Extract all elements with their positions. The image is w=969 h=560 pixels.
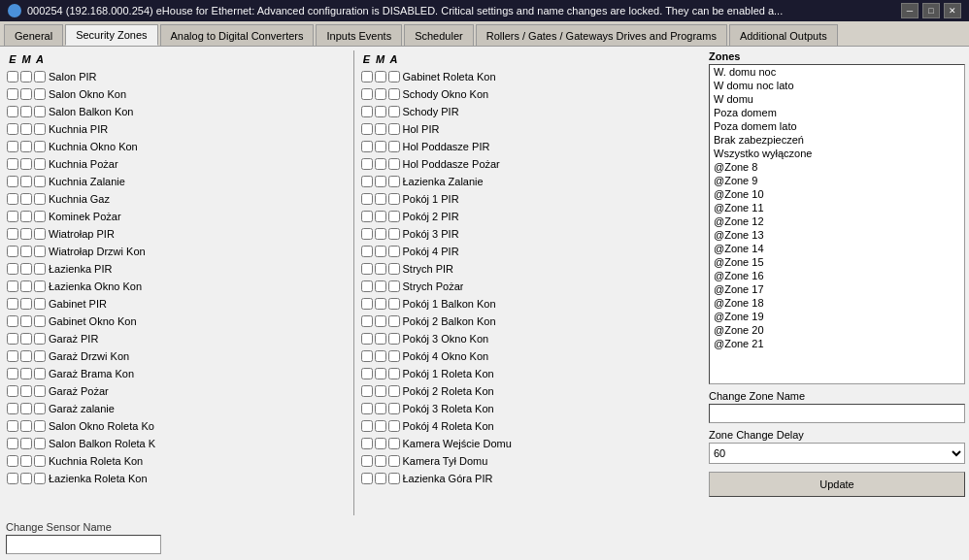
sensor-a-checkbox[interactable] [388,176,400,187]
sensor-e-checkbox[interactable] [361,263,373,275]
sensor-m-checkbox[interactable] [375,193,386,205]
sensor-m-checkbox[interactable] [375,211,386,222]
sensor-m-checkbox[interactable] [375,88,386,100]
sensor-e-checkbox[interactable] [361,176,373,187]
sensor-e-checkbox[interactable] [361,141,373,152]
zone-item[interactable]: Poza domem lato [710,119,964,133]
zone-item[interactable]: W domu [710,92,964,106]
tab-inputs-events[interactable]: Inputs Events [316,24,402,46]
zone-item[interactable]: @Zone 10 [710,187,964,201]
sensor-a-checkbox[interactable] [388,141,400,152]
sensor-a-checkbox[interactable] [388,228,400,240]
sensor-a-checkbox[interactable] [388,123,400,135]
sensor-e-checkbox[interactable] [361,158,373,170]
tab-security-zones[interactable]: Security Zones [65,24,157,46]
sensor-a-checkbox[interactable] [34,141,46,152]
sensor-e-checkbox[interactable] [7,350,18,362]
sensor-a-checkbox[interactable] [34,298,46,310]
sensor-a-checkbox[interactable] [388,455,400,467]
sensor-m-checkbox[interactable] [20,315,32,327]
sensor-a-checkbox[interactable] [34,123,46,135]
sensor-m-checkbox[interactable] [375,420,386,432]
sensor-m-checkbox[interactable] [375,438,386,449]
sensor-e-checkbox[interactable] [361,211,373,222]
sensor-a-checkbox[interactable] [34,280,46,292]
sensor-m-checkbox[interactable] [375,263,386,275]
zone-item[interactable]: @Zone 14 [710,242,964,255]
sensor-a-checkbox[interactable] [388,315,400,327]
sensor-a-checkbox[interactable] [388,211,400,222]
tab-additional-outputs[interactable]: Additional Outputs [729,24,838,46]
zone-item[interactable]: @Zone 21 [710,337,964,350]
sensor-a-checkbox[interactable] [34,158,46,170]
sensor-e-checkbox[interactable] [361,193,373,205]
sensor-m-checkbox[interactable] [20,158,32,170]
sensor-a-checkbox[interactable] [388,368,400,379]
sensor-e-checkbox[interactable] [361,403,373,414]
sensor-a-checkbox[interactable] [34,193,46,205]
sensor-e-checkbox[interactable] [7,280,18,292]
sensor-a-checkbox[interactable] [388,403,400,414]
sensor-e-checkbox[interactable] [7,123,18,135]
sensor-a-checkbox[interactable] [388,280,400,292]
sensor-e-checkbox[interactable] [7,368,18,379]
zone-item[interactable]: Wszystko wyłączone [710,147,964,160]
zone-item[interactable]: @Zone 11 [710,201,964,214]
zone-item[interactable]: @Zone 13 [710,228,964,242]
sensor-a-checkbox[interactable] [34,176,46,187]
sensor-m-checkbox[interactable] [375,141,386,152]
zones-list[interactable]: W. domu nocW domu noc latoW domuPoza dom… [709,64,965,384]
sensor-m-checkbox[interactable] [20,106,32,117]
sensor-e-checkbox[interactable] [7,298,18,310]
tab-rollers[interactable]: Rollers / Gates / Gateways Drives and Pr… [476,24,727,46]
sensor-m-checkbox[interactable] [375,315,386,327]
sensor-e-checkbox[interactable] [7,263,18,275]
sensor-a-checkbox[interactable] [388,333,400,345]
sensor-a-checkbox[interactable] [34,350,46,362]
sensor-e-checkbox[interactable] [361,333,373,345]
sensor-a-checkbox[interactable] [388,350,400,362]
tab-analog[interactable]: Analog to Digital Converters [160,24,315,46]
sensor-a-checkbox[interactable] [388,88,400,100]
sensor-e-checkbox[interactable] [7,438,18,449]
sensor-a-checkbox[interactable] [34,420,46,432]
zone-item[interactable]: Poza domem [710,106,964,119]
zone-item[interactable]: @Zone 19 [710,310,964,323]
zone-item[interactable]: @Zone 9 [710,174,964,187]
sensor-e-checkbox[interactable] [7,315,18,327]
sensor-m-checkbox[interactable] [375,403,386,414]
sensor-e-checkbox[interactable] [361,106,373,117]
sensor-m-checkbox[interactable] [20,403,32,414]
sensor-e-checkbox[interactable] [7,420,18,432]
sensor-a-checkbox[interactable] [34,368,46,379]
sensor-m-checkbox[interactable] [20,455,32,467]
sensor-e-checkbox[interactable] [361,228,373,240]
sensor-a-checkbox[interactable] [388,71,400,82]
sensor-a-checkbox[interactable] [34,88,46,100]
sensor-m-checkbox[interactable] [20,228,32,240]
sensor-m-checkbox[interactable] [375,158,386,170]
sensor-a-checkbox[interactable] [388,385,400,397]
sensor-e-checkbox[interactable] [361,123,373,135]
sensor-e-checkbox[interactable] [7,403,18,414]
sensor-m-checkbox[interactable] [375,176,386,187]
sensor-e-checkbox[interactable] [7,193,18,205]
sensor-m-checkbox[interactable] [20,263,32,275]
sensor-m-checkbox[interactable] [20,350,32,362]
sensor-m-checkbox[interactable] [375,333,386,345]
sensor-m-checkbox[interactable] [375,228,386,240]
sensor-m-checkbox[interactable] [20,123,32,135]
sensor-e-checkbox[interactable] [7,333,18,345]
sensor-m-checkbox[interactable] [375,106,386,117]
sensor-m-checkbox[interactable] [20,333,32,345]
sensor-m-checkbox[interactable] [375,473,386,484]
zone-change-delay-select[interactable]: 60304590120 [709,443,965,464]
sensor-e-checkbox[interactable] [361,420,373,432]
sensor-a-checkbox[interactable] [388,246,400,257]
sensor-e-checkbox[interactable] [7,385,18,397]
sensor-a-checkbox[interactable] [34,246,46,257]
sensor-m-checkbox[interactable] [20,438,32,449]
sensor-e-checkbox[interactable] [7,106,18,117]
sensor-m-checkbox[interactable] [375,455,386,467]
sensor-e-checkbox[interactable] [7,88,18,100]
